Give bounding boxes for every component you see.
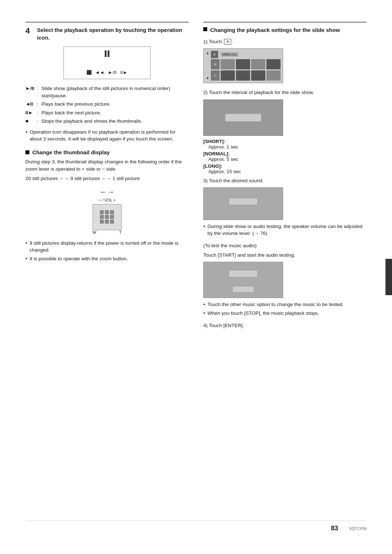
step3-notes: During slide show or audio testing, the … [203, 223, 367, 237]
black-square-icon-right [203, 27, 207, 31]
grid-cell [100, 215, 104, 219]
version-code: VQT1Y59 [349, 526, 367, 531]
thumb-8 [266, 70, 281, 81]
thumb-6 [236, 70, 250, 81]
icon-desc-ff: II► : Plays back the next picture. [25, 109, 189, 117]
thumb-rows-wrap: ⊞ ⊡ [211, 59, 281, 81]
normal-label: [NORMAL]: [203, 151, 367, 156]
rewind-desc: Plays back the previous picture. [41, 101, 189, 108]
thumbnail-section-heading: Change the thumbnail display [25, 149, 189, 155]
viewall-arrows: ▲ ▼ [206, 51, 209, 81]
touch-icon: ⊞ [224, 39, 231, 45]
arr-up-icon: ▲ [206, 51, 209, 55]
grid-icon [100, 210, 114, 224]
black-square-icon [25, 150, 29, 154]
rewind-label: ◄II [25, 101, 37, 108]
grid-cell [105, 220, 109, 224]
zoom-box [93, 204, 122, 230]
grid-cell [105, 215, 109, 219]
audio-start-button [232, 286, 254, 293]
control-icon-row: ◄◄ ►/II II► [87, 70, 128, 75]
to-test-text: (To test the music audio) [203, 242, 367, 249]
audio-test-box [203, 262, 283, 298]
short-approx: Approx. 1 sec [208, 144, 367, 150]
audio-selected [229, 270, 258, 277]
icon-description-list: ►/II : Slide show (playback of the still… [25, 85, 189, 125]
icon-desc-stop: ■ : Stops the playback and shows the thu… [25, 118, 189, 125]
arrow-left-icon: ← [100, 188, 107, 196]
left-column: 4 Select the playback operation by touch… [25, 22, 189, 513]
grid-cell [110, 210, 114, 214]
page-number: 83 [331, 525, 338, 532]
interval-selected [225, 114, 261, 122]
thumb-grid [221, 59, 281, 81]
thumbnail-note2: It is possible to operate with the zoom … [25, 255, 189, 262]
side-icon-1: ⊞ [211, 59, 220, 69]
ff-desc: Plays back the next picture. [41, 109, 189, 117]
page-footer: 83 VQT1Y59 [25, 521, 367, 532]
grid-cell [100, 220, 104, 224]
music-note2-text: When you touch [STOP], the music playbac… [207, 310, 319, 317]
operation-notes: Operation icon disappears if no playback… [25, 129, 189, 143]
step1-label: 1) Touch [203, 39, 222, 44]
grid-cell [105, 210, 109, 214]
arr-down-icon: ▼ [206, 76, 209, 81]
ff-icon: II► [120, 70, 127, 75]
thumb-2 [236, 59, 250, 69]
t-label: T [119, 230, 122, 235]
playpause-icon: ►/II [108, 70, 117, 75]
viewall-box: ▲ ▼ ⊞ VIEW ALL ⊞ ⊡ [203, 48, 283, 83]
short-label: [SHORT]: [203, 139, 367, 144]
pause-indicator [105, 50, 110, 57]
thumb-1 [221, 59, 235, 69]
step2-text: 2) Touch the interval of playback for th… [203, 89, 367, 96]
thumbnail-note1: 9 still pictures display returns if the … [25, 240, 189, 254]
stop-desc: Stops the playback and shows the thumbna… [41, 118, 189, 125]
music-notes: Touch the other music option to change t… [203, 301, 367, 317]
w-label: W [93, 230, 96, 235]
operation-note-text: Operation icon disappears if no playback… [29, 129, 189, 143]
thumbnail-notes: 9 still pictures display returns if the … [25, 240, 189, 262]
grid-cell [110, 215, 114, 219]
long-approx: Approx. 15 sec [208, 169, 367, 174]
zoom-diagram: ← → – / VOL + [25, 188, 189, 235]
music-note1: Touch the other music option to change t… [203, 301, 367, 308]
right-section-heading: Changing the playback settings for the s… [203, 22, 367, 34]
thumb-3 [251, 59, 265, 69]
sound-box [203, 187, 283, 220]
stop-label: ■ [25, 118, 37, 125]
interval-box [203, 99, 283, 136]
side-tab [385, 259, 392, 295]
right-column: Changing the playback settings for the s… [203, 22, 367, 513]
thumb-grid-wrap [221, 59, 281, 81]
icon-symbol: ⊞ [213, 53, 216, 56]
thumb-7 [251, 70, 265, 81]
thumb-5 [221, 70, 235, 81]
right-section-title: Changing the playback settings for the s… [210, 26, 340, 34]
arrow-row: ← → [100, 188, 114, 196]
playpause-label: ►/II [25, 85, 37, 99]
viewall-top: ⊞ VIEW ALL [211, 51, 281, 58]
vol-label: / VOL + [102, 198, 116, 202]
step-number: 4 [25, 26, 34, 36]
playpause-desc: Slide show (playback of the still pictur… [41, 85, 189, 99]
side-icons-col: ⊞ ⊡ [211, 59, 220, 81]
viewall-inner: ▲ ▼ ⊞ VIEW ALL ⊞ ⊡ [206, 51, 281, 81]
side-icon-2: ⊡ [211, 70, 220, 81]
sound-selected [229, 198, 258, 205]
icon-desc-playpause: ►/II : Slide show (playback of the still… [25, 85, 189, 99]
touch-start-text: Touch [START] and start the audio testin… [203, 252, 367, 259]
bar-left [105, 50, 107, 57]
grid-cell [100, 210, 104, 214]
icon-desc-rewind: ◄II : Plays back the previous picture. [25, 101, 189, 108]
thumbnail-note2-text: It is possible to operate with the zoom … [29, 255, 128, 262]
rewind-icon: ◄◄ [95, 70, 105, 75]
arrow-right-icon: → [107, 188, 114, 196]
vol-row: – / VOL + [98, 197, 116, 203]
operation-note: Operation icon disappears if no playback… [25, 129, 189, 143]
step3-note1: During slide show or audio testing, the … [203, 223, 367, 237]
timing-labels: [SHORT]: Approx. 1 sec [NORMAL]: Approx.… [203, 139, 367, 174]
music-note1-text: Touch the other music option to change t… [207, 301, 343, 308]
music-note2: When you touch [STOP], the music playbac… [203, 310, 367, 317]
viewall-label: VIEW ALL [221, 52, 238, 57]
